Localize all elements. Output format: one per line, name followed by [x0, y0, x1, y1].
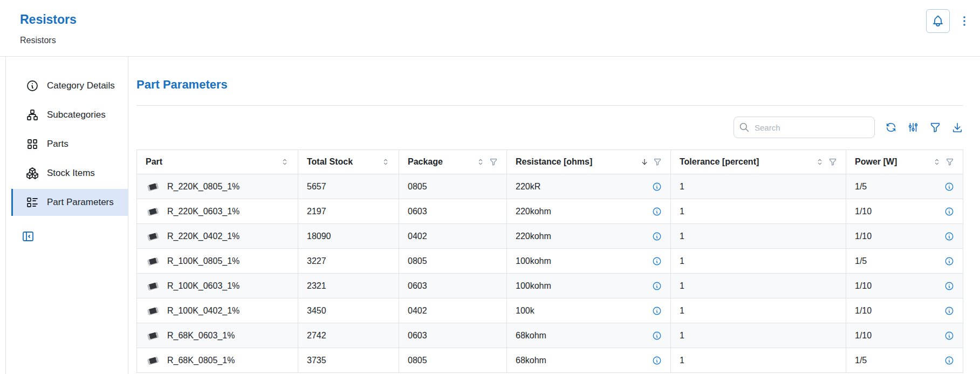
total-stock-value: 18090: [307, 232, 331, 241]
tolerance-value: 1: [680, 356, 684, 365]
packages-icon: [26, 167, 39, 180]
download-button[interactable]: [951, 121, 963, 133]
column-header-package[interactable]: Package: [399, 150, 507, 174]
app-root: Resistors Resistors Category Details Sub…: [0, 0, 980, 374]
package-value: 0603: [408, 331, 427, 340]
tolerance-value: 1: [680, 256, 684, 266]
table-row[interactable]: R_100K_0603_1% 2321 0603 100kohm 1 1/10: [137, 274, 963, 298]
resistance-info-icon[interactable]: [652, 306, 662, 316]
power-value: 1/10: [855, 207, 872, 216]
package-value: 0603: [408, 281, 427, 290]
search-input[interactable]: [734, 117, 875, 138]
total-stock-value: 5657: [307, 182, 326, 191]
sort-selector-icon[interactable]: [933, 158, 941, 166]
table-row[interactable]: R_68K_0805_1% 3735 0805 68kohm 1 1/5: [137, 348, 963, 373]
part-thumbnail-image: [146, 305, 160, 317]
part-name: R_220K_0603_1%: [167, 207, 239, 216]
table-row[interactable]: R_100K_0402_1% 3450 0402 100k 1 1/10: [137, 298, 963, 323]
tolerance-value: 1: [680, 182, 684, 191]
resistance-value: 100k: [516, 306, 534, 316]
column-header-tolerance[interactable]: Tolerance [percent]: [671, 150, 846, 174]
resistance-info-icon[interactable]: [652, 281, 662, 291]
total-stock-value: 2197: [307, 207, 326, 216]
column-header-part[interactable]: Part: [137, 150, 298, 174]
table-row[interactable]: R_100K_0805_1% 3227 0805 100kohm 1 1/5: [137, 249, 963, 274]
part-thumbnail-image: [146, 206, 160, 217]
power-info-icon[interactable]: [944, 356, 954, 365]
power-info-icon[interactable]: [944, 207, 954, 216]
table-row[interactable]: R_220K_0603_1% 2197 0603 220kohm 1 1/10: [137, 199, 963, 224]
notifications-button[interactable]: [926, 9, 950, 33]
power-info-icon[interactable]: [944, 331, 954, 341]
total-stock-value: 3735: [307, 356, 326, 365]
power-info-icon[interactable]: [944, 232, 954, 241]
main-panel: Part Parameters: [128, 57, 980, 374]
column-header-power[interactable]: Power [W]: [846, 150, 963, 174]
column-header-resistance[interactable]: Resistance [ohms]: [507, 150, 671, 174]
power-value: 1/10: [855, 232, 872, 241]
sort-selector-icon[interactable]: [280, 158, 289, 166]
sidebar-collapse-button[interactable]: [22, 230, 35, 243]
part-thumbnail-image: [146, 230, 160, 242]
package-value: 0805: [408, 182, 427, 191]
resistance-value: 220kR: [516, 182, 540, 192]
column-header-total-stock[interactable]: Total Stock: [298, 150, 399, 174]
refresh-button[interactable]: [885, 121, 897, 133]
panel-left-border: [5, 57, 6, 374]
column-filter-icon[interactable]: [945, 158, 954, 166]
list-details-icon: [26, 196, 39, 209]
sidebar-item-parts[interactable]: Parts: [11, 131, 128, 158]
sidebar-item-category-details[interactable]: Category Details: [11, 72, 128, 99]
power-info-icon[interactable]: [944, 256, 954, 266]
tolerance-value: 1: [680, 232, 684, 241]
table-row[interactable]: R_220K_0402_1% 18090 0402 220kohm 1 1/10: [137, 224, 963, 249]
page-title: Resistors: [20, 12, 960, 27]
total-stock-value: 2742: [307, 331, 326, 340]
resistance-info-icon[interactable]: [652, 256, 662, 266]
resistance-info-icon[interactable]: [652, 232, 662, 241]
sort-descending-icon[interactable]: [640, 158, 649, 166]
resistance-value: 100kohm: [516, 281, 551, 291]
column-filter-icon[interactable]: [653, 158, 662, 166]
resistance-value: 68kohm: [516, 331, 546, 341]
filter-button[interactable]: [929, 121, 941, 133]
table-row[interactable]: R_68K_0603_1% 2742 0603 68kohm 1 1/10: [137, 323, 963, 348]
package-value: 0805: [408, 256, 427, 266]
resistance-info-icon[interactable]: [652, 207, 662, 216]
sidebar-item-part-parameters[interactable]: Part Parameters: [11, 189, 128, 216]
breadcrumb: Resistors: [20, 36, 960, 45]
sidebar: Category Details Subcategories Parts Sto…: [0, 57, 128, 374]
overflow-menu-button[interactable]: [957, 9, 971, 33]
table-options-button[interactable]: [907, 121, 919, 133]
app-header: Resistors Resistors: [0, 0, 980, 57]
column-filter-icon[interactable]: [489, 158, 498, 166]
resistance-info-icon[interactable]: [652, 356, 662, 365]
part-thumbnail-image: [146, 255, 160, 267]
breadcrumb-item-resistors[interactable]: Resistors: [20, 36, 56, 45]
sort-selector-icon[interactable]: [476, 158, 485, 166]
package-value: 0402: [408, 306, 427, 315]
part-name: R_100K_0402_1%: [167, 306, 239, 316]
table-body: R_220K_0805_1% 5657 0805 220kR 1 1/5 R_2…: [137, 174, 963, 373]
power-info-icon[interactable]: [944, 306, 954, 316]
sort-selector-icon[interactable]: [815, 158, 824, 166]
filter-icon: [929, 121, 941, 133]
sort-selector-icon[interactable]: [381, 158, 390, 166]
resistance-info-icon[interactable]: [652, 331, 662, 341]
part-thumbnail-image: [146, 330, 160, 342]
sidebar-item-label: Subcategories: [47, 110, 106, 120]
resistance-value: 220kohm: [516, 207, 551, 216]
power-info-icon[interactable]: [944, 281, 954, 291]
refresh-icon: [885, 121, 897, 133]
part-thumbnail-image: [146, 280, 160, 292]
resistance-info-icon[interactable]: [652, 182, 662, 192]
table-row[interactable]: R_220K_0805_1% 5657 0805 220kR 1 1/5: [137, 174, 963, 199]
tolerance-value: 1: [680, 207, 684, 216]
sidebar-item-subcategories[interactable]: Subcategories: [11, 101, 128, 128]
power-value: 1/5: [855, 256, 867, 266]
tolerance-value: 1: [680, 281, 684, 290]
sidebar-item-stock-items[interactable]: Stock Items: [11, 160, 128, 187]
power-info-icon[interactable]: [944, 182, 954, 192]
column-filter-icon[interactable]: [828, 158, 837, 166]
part-name: R_68K_0805_1%: [167, 356, 235, 365]
